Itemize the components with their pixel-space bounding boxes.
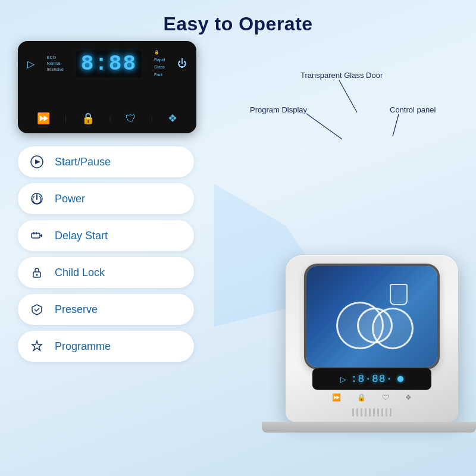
svg-marker-9 bbox=[32, 341, 42, 350]
vent-4 bbox=[365, 408, 367, 416]
feature-label-child-lock: Child Lock bbox=[55, 267, 105, 279]
m-shield-icon: 🛡 bbox=[382, 393, 389, 402]
left-panel: ▷ ECO Normal Intensive 8:88 🔒 Rapid Glas… bbox=[18, 41, 220, 362]
feature-btn-power[interactable]: Power bbox=[18, 183, 194, 214]
ann-control-text: Control panel bbox=[390, 105, 436, 114]
svg-line-11 bbox=[306, 114, 342, 139]
panel-sep3: | bbox=[151, 115, 153, 122]
svg-point-8 bbox=[36, 274, 38, 276]
vent-2 bbox=[356, 408, 358, 416]
vent-7 bbox=[377, 408, 379, 416]
vent-3 bbox=[361, 408, 362, 416]
panel-display-block: 8:88 bbox=[76, 51, 142, 77]
feature-icon-child-lock bbox=[27, 263, 46, 282]
vent-6 bbox=[373, 408, 375, 416]
vent-5 bbox=[369, 408, 371, 416]
panel-delay-icon[interactable]: ⏩ bbox=[37, 112, 50, 125]
machine-digits: :8·88· bbox=[351, 373, 393, 385]
dish-3 bbox=[372, 308, 414, 349]
panel-mode-labels: ECO Normal Intensive bbox=[47, 55, 64, 72]
feature-label-programme: Programme bbox=[55, 340, 111, 353]
page-title: Easy to Operate bbox=[0, 0, 476, 35]
right-panel: Transparent Glass Door Program Display C… bbox=[214, 41, 464, 446]
cup bbox=[390, 284, 408, 305]
panel-play-icon[interactable]: ▷ bbox=[27, 58, 35, 70]
m-lock-icon: 🔒 bbox=[357, 393, 366, 402]
m-delay-icon: ⏩ bbox=[332, 393, 341, 402]
appliance-outer: ▷ :8·88· ⏩ 🔒 🛡 ❖ bbox=[286, 255, 458, 422]
feature-list: Start/PausePowerDelay StartChild LockPre… bbox=[18, 146, 194, 362]
svg-rect-4 bbox=[32, 233, 40, 238]
control-panel-display: ▷ ECO Normal Intensive 8:88 🔒 Rapid Glas… bbox=[18, 41, 196, 133]
feature-btn-programme[interactable]: Programme bbox=[18, 331, 194, 362]
machine-control-panel: ▷ :8·88· bbox=[312, 368, 431, 390]
machine-play-icon: ▷ bbox=[340, 375, 346, 384]
svg-marker-1 bbox=[35, 159, 40, 164]
panel-shield-icon[interactable]: 🛡 bbox=[126, 112, 136, 125]
machine-power-dot bbox=[397, 376, 403, 382]
machine-icons-row: ⏩ 🔒 🛡 ❖ bbox=[324, 393, 419, 402]
vents bbox=[312, 406, 431, 418]
ann-glass-door-text: Transparent Glass Door bbox=[300, 71, 383, 80]
feature-btn-child-lock[interactable]: Child Lock bbox=[18, 257, 194, 288]
feature-btn-preserve[interactable]: Preserve bbox=[18, 294, 194, 325]
svg-line-10 bbox=[339, 80, 357, 112]
panel-lock-icon[interactable]: 🔒 bbox=[82, 112, 95, 125]
svg-line-12 bbox=[393, 114, 399, 136]
feature-label-power: Power bbox=[55, 193, 85, 205]
panel-sep1: | bbox=[65, 115, 67, 122]
feature-icon-delay-start bbox=[27, 226, 46, 245]
counter-surface bbox=[262, 422, 476, 433]
panel-power-icon[interactable]: ⏻ bbox=[177, 58, 187, 69]
panel-programme-icon[interactable]: ❖ bbox=[168, 112, 177, 125]
feature-label-preserve: Preserve bbox=[55, 303, 98, 316]
vent-10 bbox=[390, 408, 392, 416]
feature-icon-preserve bbox=[27, 300, 46, 319]
panel-right-labels: 🔒 Rapid Glass Fruit bbox=[154, 49, 165, 78]
digit-display: 8:88 bbox=[76, 51, 142, 77]
feature-label-start-pause: Start/Pause bbox=[55, 156, 111, 168]
m-prog-icon: ❖ bbox=[405, 393, 412, 402]
feature-btn-delay-start[interactable]: Delay Start bbox=[18, 220, 194, 251]
panel-sep2: | bbox=[109, 115, 111, 122]
dishes-container bbox=[324, 278, 419, 355]
vent-8 bbox=[381, 408, 383, 416]
feature-icon-power bbox=[27, 189, 46, 208]
vent-1 bbox=[352, 408, 354, 416]
dishwasher-body: ▷ :8·88· ⏩ 🔒 🛡 ❖ bbox=[280, 237, 458, 422]
ann-program-text: Program Display bbox=[250, 105, 308, 114]
feature-icon-programme bbox=[27, 337, 46, 356]
feature-icon-start-pause bbox=[27, 152, 46, 171]
feature-btn-start-pause[interactable]: Start/Pause bbox=[18, 146, 194, 177]
feature-label-delay-start: Delay Start bbox=[55, 230, 108, 242]
panel-bottom-row: ⏩ | 🔒 | 🛡 | ❖ bbox=[27, 112, 187, 125]
vent-9 bbox=[386, 408, 387, 416]
glass-door bbox=[306, 266, 437, 367]
